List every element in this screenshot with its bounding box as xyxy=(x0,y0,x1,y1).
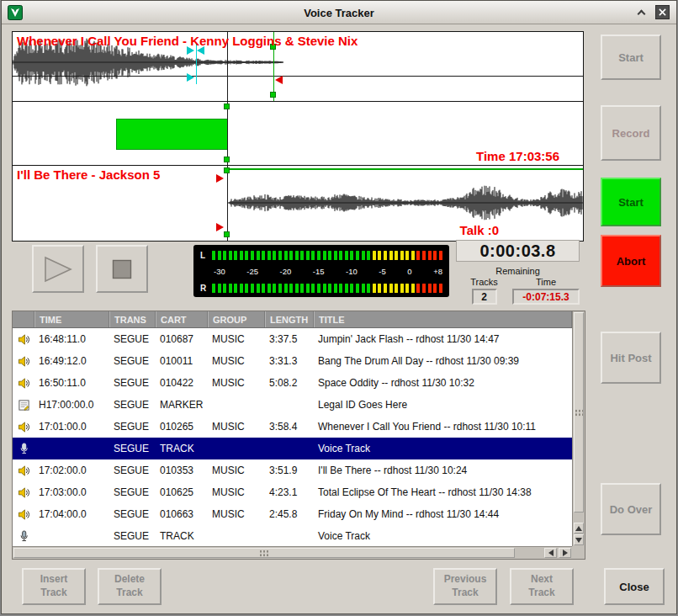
speaker-icon xyxy=(13,508,34,521)
table-row[interactable]: 16:48:11.0SEGUE010687MUSIC3:37.5Jumpin' … xyxy=(13,328,572,350)
shade-button[interactable] xyxy=(634,6,648,19)
track2-waveform-panel[interactable]: I'll Be There - Jackson 5 Talk :0 xyxy=(12,166,584,242)
do-over-button[interactable]: Do Over xyxy=(601,483,661,535)
meter-led xyxy=(267,284,271,293)
meter-led xyxy=(350,284,353,293)
voice-tracker-window: Voice Tracker Whenever I Call You Friend… xyxy=(1,0,677,614)
play-button[interactable] xyxy=(32,245,84,293)
cell-time: 16:50:11.0 xyxy=(34,377,109,389)
column-header-length[interactable]: LENGTH xyxy=(265,311,314,327)
marker-handle[interactable] xyxy=(224,157,230,162)
meter-led xyxy=(439,251,442,260)
cell-title: Bang The Drum All Day -- rdhost 11/30 09… xyxy=(314,355,572,367)
log-table-body: 16:48:11.0SEGUE010687MUSIC3:37.5Jumpin' … xyxy=(13,328,572,546)
start-marker-icon[interactable] xyxy=(216,223,224,231)
scroll-down-button[interactable] xyxy=(574,534,584,545)
status-panel: 0:00:03.8 Remaining Tracks 2 Time -0:07:… xyxy=(456,240,580,305)
column-header-title[interactable]: TITLE xyxy=(314,311,572,327)
meter-led xyxy=(240,251,243,260)
meter-led xyxy=(245,251,248,260)
column-header-cart[interactable]: CART xyxy=(156,311,208,327)
meter-led xyxy=(262,284,265,293)
table-row[interactable]: 17:02:00.0SEGUE010353MUSIC3:51.9I'll Be … xyxy=(13,459,572,481)
cell-group: MUSIC xyxy=(208,333,265,345)
abort-button[interactable]: Abort xyxy=(601,235,661,287)
vertical-scrollbar[interactable] xyxy=(572,311,585,546)
play-icon xyxy=(43,256,73,283)
elapsed-time-display: 0:00:03.8 xyxy=(456,240,580,262)
end-marker-icon[interactable] xyxy=(275,76,283,84)
cell-title: I'll Be There -- rdhost 11/30 10:24 xyxy=(314,465,572,476)
meter-led xyxy=(334,284,337,293)
segue-marker-handle[interactable] xyxy=(270,92,276,98)
meter-led xyxy=(278,251,282,260)
close-button[interactable]: Close xyxy=(604,568,665,605)
meter-led xyxy=(400,251,404,260)
meter-led xyxy=(328,284,331,293)
meter-led xyxy=(240,284,243,293)
table-row[interactable]: 16:49:12.0SEGUE010011MUSIC3:31.3Bang The… xyxy=(13,350,572,372)
voicetrack-region[interactable] xyxy=(116,119,228,150)
cell-length: 3:58.4 xyxy=(265,421,314,433)
start-marker-handle[interactable] xyxy=(224,231,230,237)
cell-title: Voice Track xyxy=(314,443,572,454)
meter-led xyxy=(405,284,409,293)
horizontal-scrollbar-thumb[interactable] xyxy=(13,548,515,558)
record-button[interactable]: Record xyxy=(601,105,661,161)
column-header-icon[interactable] xyxy=(13,311,34,327)
fade-marker-handle-icon[interactable] xyxy=(187,73,194,82)
meter-led xyxy=(267,251,271,260)
marker-handle[interactable] xyxy=(224,104,230,109)
previous-track-button[interactable]: Previous Track xyxy=(433,568,497,605)
insert-track-button[interactable]: Insert Track xyxy=(22,568,86,605)
column-header-time[interactable]: TIME xyxy=(34,311,109,327)
start-marker-icon[interactable] xyxy=(216,174,224,183)
table-row[interactable]: SEGUETRACKVoice Track xyxy=(13,525,572,546)
table-row[interactable]: 17:03:00.0SEGUE010625MUSIC4:23.1Total Ec… xyxy=(13,481,572,503)
meter-led xyxy=(339,284,342,293)
meter-led xyxy=(273,251,276,260)
scroll-left-button[interactable] xyxy=(544,548,557,558)
hit-post-button[interactable]: Hit Post xyxy=(601,332,661,384)
meter-led xyxy=(251,284,254,293)
column-header-group[interactable]: GROUP xyxy=(208,311,265,327)
meter-led xyxy=(373,251,376,260)
track1-waveform-panel[interactable]: Whenever I Call You Friend - Kenny Loggi… xyxy=(12,31,584,102)
scroll-up-button[interactable] xyxy=(574,523,584,534)
meter-scale-label: -20 xyxy=(280,267,292,276)
window-close-button[interactable] xyxy=(655,5,670,19)
meter-led xyxy=(300,251,304,260)
table-row[interactable]: 17:01:00.0SEGUE010265MUSIC3:58.4Whenever… xyxy=(13,416,572,438)
meter-led xyxy=(362,251,365,260)
table-row[interactable]: SEGUETRACKVoice Track xyxy=(13,438,572,459)
next-track-button[interactable]: Next Track xyxy=(510,568,574,605)
cell-trans: SEGUE xyxy=(109,465,156,476)
cell-cart: MARKER xyxy=(156,399,208,411)
stop-button[interactable] xyxy=(96,245,148,293)
table-row[interactable]: H17:00:00.0SEGUEMARKERLegal ID Goes Here xyxy=(13,394,572,416)
horizontal-scrollbar[interactable] xyxy=(13,546,572,559)
close-icon xyxy=(659,8,666,16)
table-row[interactable]: 16:50:11.0SEGUE010422MUSIC5:08.2Space Od… xyxy=(13,372,572,394)
meter-led xyxy=(395,284,398,293)
voicetrack-panel[interactable]: Time 17:03:56 xyxy=(12,102,584,166)
table-row[interactable]: 17:04:00.0SEGUE010663MUSIC2:45.8Friday O… xyxy=(13,503,572,525)
cell-title: Space Oddity -- rdhost 11/30 10:32 xyxy=(314,377,572,389)
vertical-scrollbar-thumb[interactable] xyxy=(574,312,584,512)
microphone-icon xyxy=(13,530,34,543)
delete-track-button[interactable]: Delete Track xyxy=(98,568,162,605)
meter-led xyxy=(339,251,342,260)
start-button-top[interactable]: Start xyxy=(601,35,661,80)
scroll-right-button[interactable] xyxy=(559,548,571,558)
cell-cart: 010011 xyxy=(156,355,208,367)
meter-scale-label: 0 xyxy=(407,267,411,276)
start-marker-handle[interactable] xyxy=(224,167,230,173)
column-header-trans[interactable]: TRANS xyxy=(109,311,156,327)
titlebar[interactable]: Voice Tracker xyxy=(2,1,676,24)
left-channel-label: L xyxy=(200,251,212,260)
cell-title: Whenever I Call You Friend -- rdhost 11/… xyxy=(314,421,572,433)
track2-title: I'll Be There - Jackson 5 xyxy=(17,167,160,182)
start-button[interactable]: Start xyxy=(601,178,661,226)
meter-led xyxy=(212,284,215,293)
scrollbar-grip xyxy=(575,409,583,417)
